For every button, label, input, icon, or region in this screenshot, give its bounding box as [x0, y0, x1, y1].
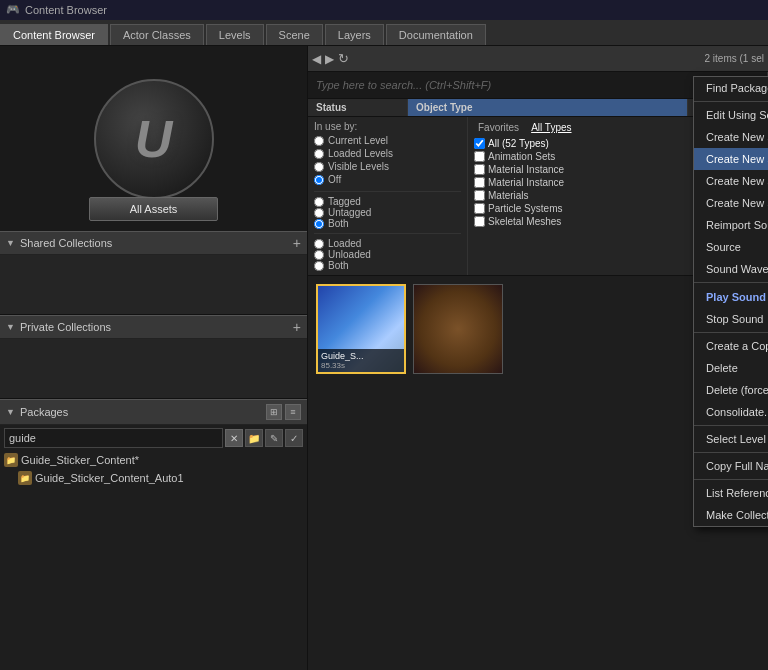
asset-thumb-2-image [414, 285, 502, 373]
title-bar: 🎮 Content Browser [0, 0, 768, 20]
search-folder-button[interactable]: 📁 [245, 429, 263, 447]
tree-item-guide-sticker-auto[interactable]: 📁 Guide_Sticker_Content_Auto1 [0, 469, 307, 487]
radio-unloaded[interactable]: Unloaded [314, 249, 461, 260]
radio-tagged[interactable]: Tagged [314, 196, 461, 207]
cm-select-level-actors[interactable]: Select Level Actors Using this Object [694, 428, 768, 450]
cm-sep-4 [694, 425, 768, 426]
cm-create-soundcue-music[interactable]: Create New SoundCue (Music) [694, 192, 768, 214]
cm-create-soundcue-vocals[interactable]: Create New SoundCue (Vocals) [694, 148, 768, 170]
radio-both-loaded[interactable]: Both [314, 260, 461, 271]
main-layout: U All Assets ▼ Shared Collections + ▼ Pr… [0, 46, 768, 670]
radio-visible-levels[interactable]: Visible Levels [314, 161, 461, 172]
private-collections-arrow: ▼ [6, 322, 15, 332]
in-use-by-label: In use by: [314, 121, 461, 132]
right-toolbar: ◀ ▶ ↻ 2 items (1 sel [308, 46, 768, 72]
ot-checkbox-skeletal[interactable] [474, 216, 485, 227]
private-collections-header[interactable]: ▼ Private Collections + [0, 315, 307, 339]
cm-sep-6 [694, 479, 768, 480]
app-icon: 🎮 [6, 3, 20, 17]
private-collections-content [0, 339, 307, 399]
search-action-buttons: 📁 ✎ ✓ [245, 429, 303, 447]
cm-list-referenced[interactable]: List Referenced Objects [694, 482, 768, 504]
asset-size-1: 85.33s [321, 361, 401, 370]
ot-item-particle-systems[interactable]: Particle Systems [474, 203, 682, 214]
ot-checkbox-animation[interactable] [474, 151, 485, 162]
tab-layers[interactable]: Layers [325, 24, 384, 45]
ot-checkbox-all[interactable] [474, 138, 485, 149]
ot-item-material-instance-1[interactable]: Material Instance [474, 164, 682, 175]
ot-item-material-instance-2[interactable]: Material Instance [474, 177, 682, 188]
tree-item-label-2: Guide_Sticker_Content_Auto1 [35, 472, 184, 484]
packages-list-icon[interactable]: ≡ [285, 404, 301, 420]
asset-thumb-1[interactable]: Guide_S... 85.33s [316, 284, 406, 374]
radio-both-tagged[interactable]: Both [314, 218, 461, 229]
radio-loaded[interactable]: Loaded [314, 238, 461, 249]
ot-item-all[interactable]: All (52 Types) [474, 138, 682, 149]
search-check-button[interactable]: ✓ [285, 429, 303, 447]
shared-collections-label: Shared Collections [20, 237, 112, 249]
ot-checkbox-particle[interactable] [474, 203, 485, 214]
cm-play-sound[interactable]: Play Sound [694, 285, 768, 308]
logo-area: U All Assets [0, 46, 307, 231]
radio-untagged[interactable]: Untagged [314, 207, 461, 218]
ot-tab-all-types[interactable]: All Types [527, 121, 575, 134]
radio-current-level[interactable]: Current Level [314, 135, 461, 146]
asset-thumb-2[interactable] [413, 284, 503, 374]
ot-tabs: Favorites All Types [474, 121, 682, 134]
ot-checkbox-material-2[interactable] [474, 177, 485, 188]
tab-actor-classes[interactable]: Actor Classes [110, 24, 204, 45]
right-panel: ◀ ▶ ↻ 2 items (1 sel Status Object Type … [308, 46, 768, 670]
packages-tree: 📁 Guide_Sticker_Content* 📁 Guide_Sticker… [0, 451, 307, 670]
all-assets-button[interactable]: All Assets [89, 197, 219, 221]
search-clear-button[interactable]: ✕ [225, 429, 243, 447]
shared-collections-arrow: ▼ [6, 238, 15, 248]
cm-delete[interactable]: Delete [694, 357, 768, 379]
cm-delete-force[interactable]: Delete (force) [694, 379, 768, 401]
tab-documentation[interactable]: Documentation [386, 24, 486, 45]
cm-source[interactable]: Source ▶ [694, 236, 768, 258]
cm-stop-sound[interactable]: Stop Sound [694, 308, 768, 330]
packages-search-input[interactable] [4, 428, 223, 448]
tagged-group: Tagged Untagged Both [314, 191, 461, 229]
cm-consolidate[interactable]: Consolidate... [694, 401, 768, 423]
title-text: Content Browser [25, 4, 107, 16]
cm-sep-3 [694, 332, 768, 333]
ot-tab-favorites[interactable]: Favorites [474, 121, 523, 134]
cm-edit-sound-previewer[interactable]: Edit Using Sound Previewer... [694, 104, 768, 126]
shared-collections-add[interactable]: + [293, 236, 301, 250]
cm-create-soundcue-effect[interactable]: Create New SoundCue (Sound Effect) [694, 126, 768, 148]
cm-source-label: Source [706, 241, 741, 253]
cm-copy-full-name[interactable]: Copy Full Name to Clipboard [694, 455, 768, 477]
search-pen-button[interactable]: ✎ [265, 429, 283, 447]
ot-checkbox-materials[interactable] [474, 190, 485, 201]
ot-item-materials[interactable]: Materials [474, 190, 682, 201]
forward-arrow[interactable]: ▶ [325, 52, 334, 66]
back-arrow[interactable]: ◀ [312, 52, 321, 66]
cm-reimport-sound[interactable]: Reimport Sound Node Wave [694, 214, 768, 236]
cm-create-copy[interactable]: Create a Copy... [694, 335, 768, 357]
status-col-header[interactable]: Status [308, 99, 408, 116]
tree-item-label-1: Guide_Sticker_Content* [21, 454, 139, 466]
tab-levels[interactable]: Levels [206, 24, 264, 45]
packages-label: Packages [20, 406, 68, 418]
ot-item-skeletal-meshes[interactable]: Skeletal Meshes [474, 216, 682, 227]
ot-item-animation-sets[interactable]: Animation Sets [474, 151, 682, 162]
tab-bar: Content Browser Actor Classes Levels Sce… [0, 20, 768, 46]
packages-grid-icon[interactable]: ⊞ [266, 404, 282, 420]
radio-loaded-levels[interactable]: Loaded Levels [314, 148, 461, 159]
tab-scene[interactable]: Scene [266, 24, 323, 45]
radio-off[interactable]: Off [314, 174, 461, 185]
shared-collections-header[interactable]: ▼ Shared Collections + [0, 231, 307, 255]
tree-item-guide-sticker[interactable]: 📁 Guide_Sticker_Content* [0, 451, 307, 469]
cm-make-collection[interactable]: Make Collection with Referenced Object [694, 504, 768, 526]
private-collections-add[interactable]: + [293, 320, 301, 334]
refresh-button[interactable]: ↻ [338, 51, 349, 66]
cm-create-soundcue-gossip[interactable]: Create New SoundCue (Gossip) [694, 170, 768, 192]
ot-checkbox-material-1[interactable] [474, 164, 485, 175]
tab-content-browser[interactable]: Content Browser [0, 24, 108, 45]
cm-find-package[interactable]: Find Package [694, 77, 768, 99]
cm-sound-wave-properties[interactable]: Sound Wave Node Properties... [694, 258, 768, 280]
context-menu: Find Package Edit Using Sound Previewer.… [693, 76, 768, 527]
objecttype-col-header[interactable]: Object Type [408, 99, 688, 116]
loaded-group: Loaded Unloaded Both [314, 233, 461, 271]
